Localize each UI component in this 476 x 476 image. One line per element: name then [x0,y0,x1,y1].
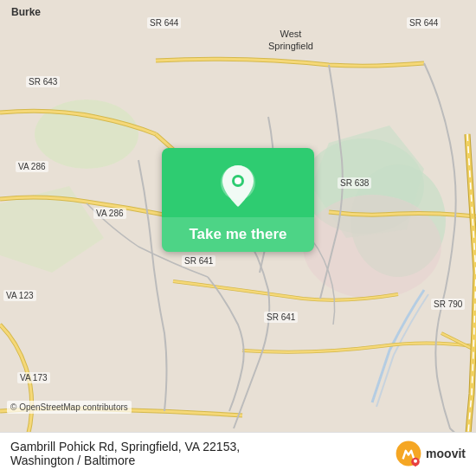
label-sr641-lower: SR 641 [264,312,298,323]
pin-area [202,148,274,217]
label-va123: VA 123 [3,290,36,301]
moovit-logo: moovit [395,440,466,467]
info-bar: Gambrill Pohick Rd, Springfield, VA 2215… [0,432,476,476]
address-main: Gambrill Pohick Rd, Springfield, VA 2215… [10,440,240,453]
label-sr643: SR 643 [26,76,60,87]
label-sr641-ll: SR 641 [182,255,215,267]
location-pin-icon [219,164,257,209]
address-block: Gambrill Pohick Rd, Springfield, VA 2215… [10,440,240,467]
label-west-springfield: WestSpringfield [268,28,313,53]
address-region: Washington / Baltimore [10,453,135,467]
take-me-there-button[interactable]: Take me there [162,148,314,252]
svg-point-8 [235,177,241,184]
map-container: SR 644 SR 644 SR 643 VA 286 VA 286 SR 63… [0,0,476,476]
label-sr644-right: SR 644 [407,17,441,29]
osm-attribution: © OpenStreetMap contributors [7,401,132,414]
moovit-icon [395,440,422,467]
address-line1: Gambrill Pohick Rd, Springfield, VA 2215… [10,440,240,467]
label-va173: VA 173 [17,372,50,383]
label-sr790: SR 790 [431,299,465,310]
take-me-there-label: Take me there [162,217,314,252]
label-sr644-top: SR 644 [147,17,181,29]
moovit-text: moovit [426,447,466,460]
label-sr638: SR 638 [338,177,371,189]
svg-point-11 [414,460,417,463]
label-burke: Burke [9,5,43,19]
label-va286-lower: VA 286 [93,208,126,219]
label-va286-left: VA 286 [16,161,48,172]
